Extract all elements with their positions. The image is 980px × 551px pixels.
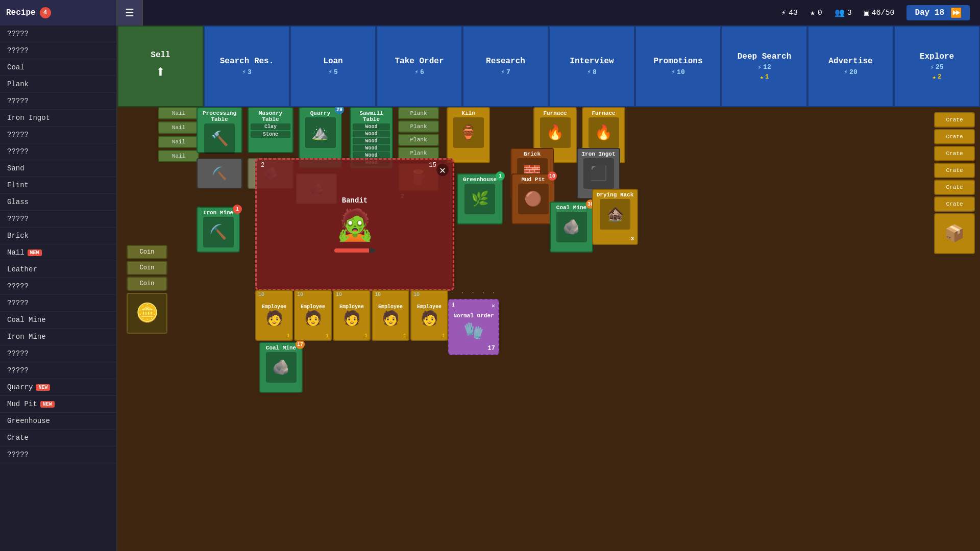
employee-card-3[interactable]: 10 Employee 🧑 1 [333,290,371,341]
sidebar-item-unknown4[interactable]: ????? [0,127,116,143]
masonry-table-card[interactable]: Masonry Table Clay Stone [248,107,293,153]
research-label: Research [486,57,525,66]
take-order-cost: ⚡6 [414,68,424,76]
recipe-tab[interactable]: Recipe 4 [0,0,117,26]
sidebar-item-iron-mine[interactable]: Iron Mine [0,329,116,345]
capacity-value: 46/50 [871,9,894,17]
research-button[interactable]: Research ⚡7 [462,26,549,107]
sidebar-item-nail[interactable]: NailNEW [0,244,116,261]
sidebar-item-unknown6[interactable]: ????? [0,211,116,228]
bandit-label: Bandit [342,196,368,205]
sidebar-item-unknown1[interactable]: ????? [0,26,116,42]
coin-row-2: Coin [127,261,167,275]
interview-button[interactable]: Interview ⚡8 [549,26,635,107]
workers-stat: 👥 3 [835,8,852,18]
normal-order-card[interactable]: ℹ ✕ Normal Order 🧤 17 [448,299,499,355]
employee-card-1[interactable]: 10 Employee 🧑 1 [255,290,293,341]
sidebar-item-unknown5[interactable]: ????? [0,143,116,160]
sidebar-item-mud-pit[interactable]: Mud PitNEW [0,396,116,413]
crate-3[interactable]: Crate [934,146,975,161]
menu-button[interactable]: ☰ [117,0,143,26]
kiln-card[interactable]: Kiln 🏺 [447,107,490,163]
sidebar-label: ????? [7,349,29,358]
mud-pit-icon: 🟤 [518,184,549,214]
emp3-label: Employee [339,304,364,310]
sidebar-item-coal-mine[interactable]: Coal Mine [0,312,116,329]
sell-button[interactable]: Sell ⬆ [117,26,204,107]
crate-5[interactable]: Crate [934,180,975,195]
sidebar-label: Coal Mine [7,316,46,324]
emp5-icon: 🧑 [421,310,438,327]
sidebar-label: Coal [7,63,24,71]
lightning-stat: ⚡ 43 [781,8,798,18]
sidebar-item-quarry[interactable]: QuarryNEW [0,379,116,396]
search-res-button[interactable]: Search Res. ⚡3 [204,26,290,107]
employee-card-2[interactable]: 10 Employee 🧑 1 [294,290,332,341]
mud-pit-label: Mud Pit [514,177,552,183]
action-row: Sell ⬆ Search Res. ⚡3 Loan ⚡5 Take Order… [117,26,980,107]
bandit-close-button[interactable]: ✕ [436,164,449,176]
sidebar-label: Crate [7,434,29,442]
fast-forward-button[interactable]: ⏩ [950,7,962,18]
sidebar-item-crate[interactable]: Crate [0,430,116,446]
sidebar-label: Glass [7,198,29,206]
sidebar-item-unknown7[interactable]: ????? [0,278,116,295]
loan-cost: ⚡5 [328,68,338,76]
deep-search-button[interactable]: Deep Search ⚡12 ★1 [721,26,807,107]
sidebar-item-sand[interactable]: Sand [0,160,116,177]
emp4-num: 1 [403,333,406,339]
sidebar-item-unknown11[interactable]: ????? [0,446,116,463]
crate-1[interactable]: Crate [934,112,975,128]
sidebar-label: Leather [7,265,37,273]
advertise-button[interactable]: Advertise ⚡20 [807,26,894,107]
sidebar-item-greenhouse[interactable]: Greenhouse [0,413,116,430]
emp3-num: 1 [364,333,368,339]
plank-slot-1: Plank [398,107,439,119]
sidebar-item-unknown10[interactable]: ????? [0,362,116,379]
mud-pit-card[interactable]: 10 Mud Pit 🟤 [511,173,555,224]
bandit-numbers: 2 [261,162,264,169]
order-close-button[interactable]: ✕ [492,302,495,310]
coin-icon-big: 🪙 [127,293,167,334]
sidebar-item-brick[interactable]: Brick [0,228,116,244]
sidebar-label: ????? [7,131,29,139]
iron-mine-icon: ⛏️ [203,217,234,247]
iron-mine-card[interactable]: 1 Iron Mine ⛏️ [197,207,240,253]
coal-mine2-card[interactable]: 17 Coal Mine 🪨 [259,342,303,393]
drying-rack-num: 3 [630,236,634,242]
sidebar-item-leather[interactable]: Leather [0,261,116,278]
mud-pit-badge: 10 [548,171,557,181]
sidebar-item-glass[interactable]: Glass [0,194,116,211]
sidebar: ????? ????? Coal Plank ????? Iron Ingot … [0,26,117,551]
coal-mine2-label: Coal Mine [262,345,300,351]
crate-2[interactable]: Crate [934,129,975,144]
stats-bar: ⚡ 43 ★ 0 👥 3 ▣ 46/50 Day 18 ⏩ [143,5,980,20]
greenhouse-label: Greenhouse [460,177,500,183]
sidebar-item-iron-ingot[interactable]: Iron Ingot [0,110,116,127]
sidebar-item-unknown8[interactable]: ????? [0,295,116,312]
crate-4[interactable]: Crate [934,163,975,178]
emp1-label: Employee [262,304,286,310]
nail-slot-1: Nail [158,107,199,119]
menu-icon: ☰ [125,7,134,19]
processing-table-card[interactable]: Processing Table 🔨 [197,107,242,153]
promotions-cost: ⚡10 [671,68,684,76]
loan-button[interactable]: Loan ⚡5 [290,26,376,107]
promotions-button[interactable]: Promotions ⚡10 [635,26,721,107]
employee-card-5[interactable]: 10 Employee 🧑 1 [410,290,448,341]
crate-6[interactable]: Crate [934,196,975,212]
coal-mine1-icon: 🪨 [556,212,587,242]
coal-mine1-card[interactable]: 30 Coal Mine 🪨 [550,202,593,253]
greenhouse-card[interactable]: 1 Greenhouse 🌿 [457,173,503,224]
employee-card-4[interactable]: 10 Employee 🧑 1 [372,290,409,341]
loan-label: Loan [323,57,342,66]
drying-rack-card[interactable]: Drying Rack 🏚️ 3 [592,189,638,245]
sidebar-item-unknown9[interactable]: ????? [0,345,116,362]
explore-button[interactable]: Explore ⚡25 ★2 [894,26,980,107]
sidebar-item-unknown2[interactable]: ????? [0,42,116,59]
take-order-button[interactable]: Take Order ⚡6 [376,26,462,107]
sidebar-item-unknown3[interactable]: ????? [0,93,116,110]
sidebar-item-coal[interactable]: Coal [0,59,116,76]
sidebar-item-plank[interactable]: Plank [0,76,116,93]
sidebar-item-flint[interactable]: Flint [0,177,116,194]
